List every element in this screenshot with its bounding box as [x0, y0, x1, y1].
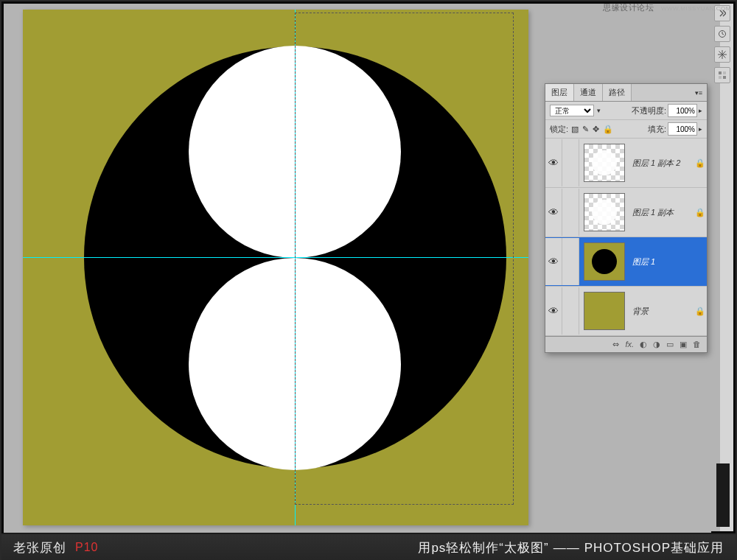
adjustment-button[interactable]: ◑	[653, 340, 660, 349]
opacity-stepper-icon[interactable]: ▸	[699, 107, 702, 114]
layer-name[interactable]: 背景	[629, 306, 694, 317]
fill-label: 填充:	[648, 124, 666, 135]
watermark-site: 思缘设计论坛	[603, 3, 654, 12]
svg-rect-6	[723, 71, 726, 74]
page-number: P10	[75, 541, 98, 554]
svg-rect-8	[723, 76, 726, 79]
fx-button[interactable]: fx.	[625, 340, 634, 349]
lock-position-button[interactable]: ✥	[593, 125, 599, 134]
layer-name[interactable]: 图层 1 副本 2	[629, 158, 694, 169]
layer-list: 👁 图层 1 副本 2 🔒 👁 图层 1 副本 🔒 👁 图层 1	[545, 139, 707, 336]
dock-swatches-button[interactable]	[714, 67, 730, 83]
lock-all-button[interactable]: 🔒	[603, 125, 613, 134]
watermark-url: WWW.MISSYUAN.COM	[661, 5, 731, 12]
panel-footer: ⇔ fx. ◐ ◑ ▭ ▣ 🗑	[545, 336, 707, 352]
tab-channels[interactable]: 通道	[574, 84, 603, 101]
panel-tabs: 图层 通道 路径 ▾≡	[545, 84, 707, 102]
watermark: 思缘设计论坛 WWW.MISSYUAN.COM	[603, 2, 731, 13]
group-button[interactable]: ▭	[666, 340, 674, 349]
layer-thumbnail[interactable]	[584, 144, 625, 182]
chevron-down-icon: ▾	[597, 107, 601, 114]
right-dock	[714, 5, 730, 88]
delete-layer-button[interactable]: 🗑	[693, 340, 701, 349]
app-frame: 图层 通道 路径 ▾≡ 正常 ▾ 不透明度: ▸ 锁定: ▧ ✎ ✥ 🔒	[1, 1, 736, 533]
layer-thumbnail[interactable]	[584, 193, 625, 231]
artboard[interactable]	[23, 10, 528, 525]
fill-input[interactable]	[668, 122, 697, 136]
blend-opacity-row: 正常 ▾ 不透明度: ▸	[545, 102, 707, 120]
visibility-toggle[interactable]: 👁	[545, 189, 562, 236]
new-layer-button[interactable]: ▣	[680, 340, 687, 349]
layer-name[interactable]: 图层 1 副本	[629, 207, 694, 218]
layers-panel[interactable]: 图层 通道 路径 ▾≡ 正常 ▾ 不透明度: ▸ 锁定: ▧ ✎ ✥ 🔒	[545, 83, 708, 353]
layer-row[interactable]: 👁 图层 1	[545, 237, 707, 287]
tutorial-title: 用ps轻松制作“太极图”——PHOTOSHOP基础应用	[418, 539, 724, 556]
fill-stepper-icon[interactable]: ▸	[699, 125, 702, 133]
lock-icon: 🔒	[694, 208, 707, 217]
lock-buttons: ▧ ✎ ✥ 🔒	[571, 125, 613, 134]
lock-label: 锁定:	[550, 124, 568, 135]
svg-rect-5	[719, 71, 722, 74]
visibility-toggle[interactable]: 👁	[545, 238, 562, 285]
lock-pixels-button[interactable]: ✎	[582, 125, 589, 134]
tab-layers[interactable]: 图层	[545, 84, 574, 101]
guide-vertical[interactable]	[295, 10, 296, 525]
link-layers-button[interactable]: ⇔	[612, 340, 619, 349]
panel-menu-button[interactable]: ▾≡	[691, 89, 707, 97]
layer-name[interactable]: 图层 1	[629, 256, 694, 267]
lock-transparency-button[interactable]: ▧	[571, 125, 579, 134]
opacity-label: 不透明度:	[632, 105, 666, 116]
dock-history-button[interactable]	[714, 26, 730, 42]
dock-actions-button[interactable]	[714, 46, 730, 63]
starburst-icon	[717, 49, 727, 60]
guide-horizontal[interactable]	[23, 257, 528, 258]
history-icon	[718, 29, 727, 38]
docked-strip	[716, 463, 730, 527]
visibility-toggle[interactable]: 👁	[545, 139, 562, 186]
svg-rect-7	[719, 76, 722, 79]
layer-row[interactable]: 👁 背景 🔒	[545, 287, 707, 336]
tutorial-footer: 老张原创 P10 用ps轻松制作“太极图”——PHOTOSHOP基础应用	[1, 535, 736, 560]
visibility-toggle[interactable]: 👁	[545, 287, 562, 335]
mask-button[interactable]: ◐	[640, 340, 647, 349]
layer-thumbnail[interactable]	[584, 292, 625, 330]
lock-icon: 🔒	[694, 158, 707, 168]
tab-paths[interactable]: 路径	[603, 84, 632, 101]
lock-fill-row: 锁定: ▧ ✎ ✥ 🔒 填充: ▸	[545, 120, 707, 139]
author-label: 老张原创	[13, 539, 66, 556]
layer-thumbnail[interactable]	[584, 242, 625, 281]
layer-row[interactable]: 👁 图层 1 副本 🔒	[545, 188, 707, 237]
palette-icon	[718, 71, 727, 80]
blend-mode-select[interactable]: 正常	[550, 105, 594, 116]
lock-icon: 🔒	[694, 307, 707, 316]
layer-row[interactable]: 👁 图层 1 副本 2 🔒	[545, 139, 707, 188]
opacity-input[interactable]	[668, 104, 697, 117]
